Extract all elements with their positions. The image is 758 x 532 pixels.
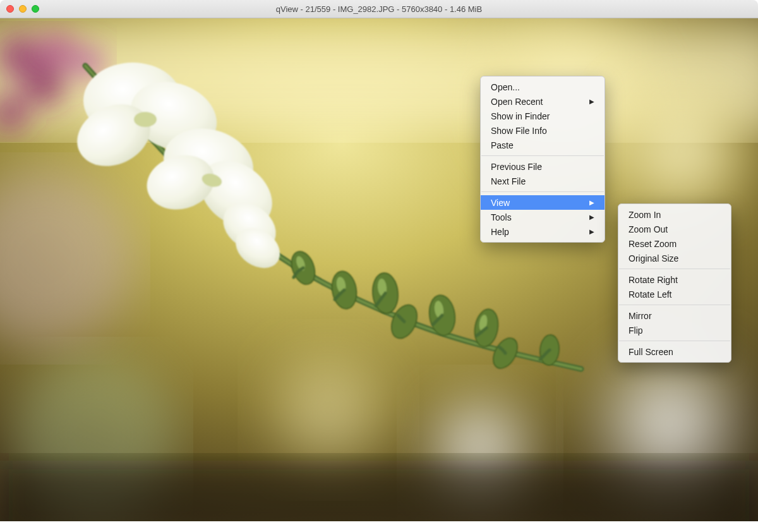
menu-item-flip[interactable]: Flip [618,323,731,337]
menu-item-zoom-in[interactable]: Zoom In [618,207,731,222]
menu-item-original-size[interactable]: Original Size [618,251,731,265]
menu-item-view[interactable]: View ▶ [481,195,605,210]
menu-item-mirror[interactable]: Mirror [618,308,731,323]
menu-item-rotate-right[interactable]: Rotate Right [618,272,731,287]
svg-point-11 [23,63,66,106]
menu-item-label: Zoom In [629,210,661,220]
submenu-arrow-icon: ▶ [589,229,594,235]
menu-item-label: Show in Finder [491,111,550,121]
menu-item-label: Show File Info [491,126,547,136]
menu-item-previous-file[interactable]: Previous File [481,159,605,174]
menu-item-help[interactable]: Help ▶ [481,224,605,239]
menu-item-tools[interactable]: Tools ▶ [481,210,605,224]
menu-separator [481,155,604,156]
menu-item-label: View [491,198,510,208]
minimize-button[interactable] [19,5,27,13]
menu-item-open-recent[interactable]: Open Recent ▶ [481,94,605,109]
menu-item-label: Open... [491,82,520,92]
menu-item-label: Original Size [629,253,678,263]
fullscreen-button[interactable] [32,5,39,13]
submenu-arrow-icon: ▶ [589,214,594,221]
close-button[interactable] [6,5,14,13]
svg-point-10 [38,31,76,69]
menu-item-rotate-left[interactable]: Rotate Left [618,287,731,301]
submenu-arrow-icon: ▶ [589,200,594,206]
menu-item-label: Rotate Right [629,275,678,285]
window-title: qView - 21/559 - IMG_2982.JPG - 5760x384… [276,4,482,14]
menu-item-label: Mirror [629,311,652,321]
menu-item-label: Full Screen [629,347,673,357]
menu-item-label: Tools [491,212,512,222]
menu-separator [619,269,730,269]
context-menu: Open... Open Recent ▶ Show in Finder Sho… [480,76,605,243]
svg-rect-37 [0,461,758,521]
svg-point-17 [134,112,157,127]
menu-item-label: Help [491,227,509,237]
submenu-arrow-icon: ▶ [589,99,594,105]
menu-item-paste[interactable]: Paste [481,138,605,152]
menu-item-show-in-finder[interactable]: Show in Finder [481,109,605,123]
menu-item-reset-zoom[interactable]: Reset Zoom [618,236,731,251]
menu-item-full-screen[interactable]: Full Screen [618,344,731,359]
menu-item-open[interactable]: Open... [481,80,605,94]
menu-item-zoom-out[interactable]: Zoom Out [618,222,731,236]
menu-item-label: Reset Zoom [629,239,677,249]
menu-item-next-file[interactable]: Next File [481,174,605,188]
titlebar: qView - 21/559 - IMG_2982.JPG - 5760x384… [0,0,758,18]
menu-separator [619,341,730,341]
menu-item-label: Previous File [491,162,542,172]
view-submenu: Zoom In Zoom Out Reset Zoom Original Siz… [618,203,731,363]
menu-item-show-file-info[interactable]: Show File Info [481,123,605,138]
menu-item-label: Next File [491,176,526,186]
menu-item-label: Paste [491,140,514,150]
menu-item-label: Flip [629,325,643,336]
menu-separator [481,191,604,192]
menu-item-label: Rotate Left [629,289,672,299]
app-window: qView - 21/559 - IMG_2982.JPG - 5760x384… [0,0,758,521]
menu-separator [619,305,730,305]
menu-item-label: Open Recent [491,97,543,107]
window-controls [6,5,39,13]
menu-item-label: Zoom Out [629,224,668,234]
